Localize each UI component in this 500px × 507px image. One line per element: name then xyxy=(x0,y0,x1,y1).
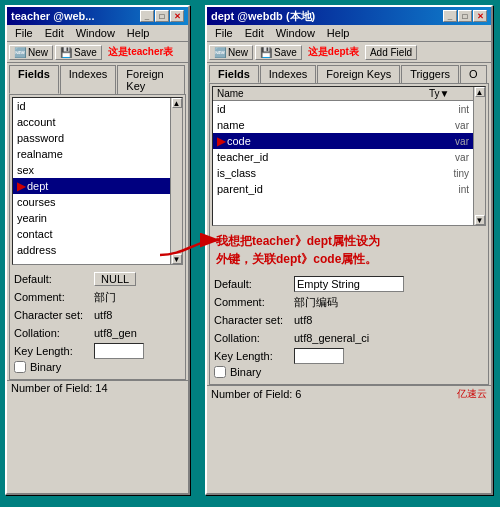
dept-menu-bar: File Edit Window Help xyxy=(207,25,491,42)
dept-field-row-name[interactable]: namevar xyxy=(213,117,473,133)
dept-field-count: Number of Field: 6 xyxy=(211,388,301,400)
dept-default-label: Default: xyxy=(214,278,294,290)
field-row-realname[interactable]: realname xyxy=(13,146,170,162)
teacher-title-bar: teacher @web... _ □ ✕ xyxy=(7,7,188,25)
dept-maximize-button[interactable]: □ xyxy=(458,10,472,22)
field-row-id[interactable]: id xyxy=(13,98,170,114)
comment-value: 部门 xyxy=(94,290,181,305)
dept-close-button[interactable]: ✕ xyxy=(473,10,487,22)
field-row-account[interactable]: account xyxy=(13,114,170,130)
prop-binary: Binary xyxy=(14,361,181,373)
save-icon: 💾 xyxy=(60,47,72,58)
dept-field-row-is-class[interactable]: is_classtiny xyxy=(213,165,473,181)
teacher-annotation: 这是teacher表 xyxy=(104,44,178,60)
maximize-button[interactable]: □ xyxy=(155,10,169,22)
binary-checkbox[interactable] xyxy=(14,361,26,373)
dept-tab-other[interactable]: O xyxy=(460,65,487,83)
dept-field-row-code[interactable]: ▶ codevar xyxy=(213,133,473,149)
dept-comment-label: Comment: xyxy=(214,296,294,308)
dept-annotation: 这是dept表 xyxy=(304,44,363,60)
prop-keylength: Key Length: xyxy=(14,343,181,359)
dept-new-icon: 🆕 xyxy=(214,47,226,58)
dept-title-bar: dept @webdb (本地) _ □ ✕ xyxy=(207,7,491,25)
dept-collation-label: Collation: xyxy=(214,332,294,344)
save-button[interactable]: 💾 Save xyxy=(55,45,102,60)
dept-tab-foreignkeys[interactable]: Foreign Keys xyxy=(317,65,400,83)
teacher-toolbar: 🆕 New 💾 Save 这是teacher表 xyxy=(7,42,188,63)
dept-menu-edit[interactable]: Edit xyxy=(239,26,270,40)
dept-charset-value: utf8 xyxy=(294,314,484,326)
minimize-button[interactable]: _ xyxy=(140,10,154,22)
scrollbar-down[interactable]: ▼ xyxy=(172,254,182,264)
dept-charset-label: Character set: xyxy=(214,314,294,326)
dept-status: Number of Field: 6 亿速云 xyxy=(207,385,491,402)
field-row-address[interactable]: address xyxy=(13,242,170,258)
prop-default: Default: NULL xyxy=(14,271,181,287)
dept-props: Default: Comment: 部门编码 Character set: ut… xyxy=(210,272,488,384)
dept-prop-collation: Collation: utf8_general_ci xyxy=(214,330,484,346)
collation-value: utf8_gen xyxy=(94,327,181,339)
keylength-input[interactable] xyxy=(94,343,144,359)
dept-field-list: Name Ty▼ idint namevar ▶ codevar teacher… xyxy=(213,87,473,225)
menu-help[interactable]: Help xyxy=(121,26,156,40)
dept-menu-help[interactable]: Help xyxy=(321,26,356,40)
dept-new-button[interactable]: 🆕 New xyxy=(209,45,253,60)
menu-window[interactable]: Window xyxy=(70,26,121,40)
dept-default-input[interactable] xyxy=(294,276,404,292)
dept-binary-checkbox[interactable] xyxy=(214,366,226,378)
dept-binary-label: Binary xyxy=(230,366,261,378)
dept-save-icon: 💾 xyxy=(260,47,272,58)
charset-label: Character set: xyxy=(14,309,94,321)
field-row-dept[interactable]: ▶dept xyxy=(13,178,170,194)
field-row-contact[interactable]: contact xyxy=(13,226,170,242)
dept-toolbar: 🆕 New 💾 Save 这是dept表 Add Field xyxy=(207,42,491,63)
main-annotation: 我想把teacher》dept属性设为外键，关联dept》code属性。 xyxy=(210,228,488,272)
dept-tabs: Fields Indexes Foreign Keys Triggers O xyxy=(207,63,491,83)
comment-label: Comment: xyxy=(14,291,94,303)
teacher-field-count: Number of Field: 14 xyxy=(11,382,108,394)
keylength-label: Key Length: xyxy=(14,345,94,357)
new-icon: 🆕 xyxy=(14,47,26,58)
dept-tab-triggers[interactable]: Triggers xyxy=(401,65,459,83)
dept-field-row-teacher-id[interactable]: teacher_idvar xyxy=(213,149,473,165)
prop-collation: Collation: utf8_gen xyxy=(14,325,181,341)
field-row-password[interactable]: password xyxy=(13,130,170,146)
teacher-status: Number of Field: 14 xyxy=(7,380,188,395)
dept-prop-charset: Character set: utf8 xyxy=(214,312,484,328)
close-button[interactable]: ✕ xyxy=(170,10,184,22)
field-row-sex[interactable]: sex xyxy=(13,162,170,178)
dept-prop-comment: Comment: 部门编码 xyxy=(214,294,484,310)
dept-tab-indexes[interactable]: Indexes xyxy=(260,65,317,83)
teacher-window: teacher @web... _ □ ✕ File Edit Window H… xyxy=(5,5,190,495)
dept-comment-value: 部门编码 xyxy=(294,295,484,310)
dept-minimize-button[interactable]: _ xyxy=(443,10,457,22)
dept-menu-file[interactable]: File xyxy=(209,26,239,40)
new-button[interactable]: 🆕 New xyxy=(9,45,53,60)
field-row-yearin[interactable]: yearin xyxy=(13,210,170,226)
dept-scrollbar-up[interactable]: ▲ xyxy=(475,87,485,97)
tab-foreignkey[interactable]: Foreign Key xyxy=(117,65,185,94)
dept-field-row-parent-id[interactable]: parent_idint xyxy=(213,181,473,197)
tab-indexes[interactable]: Indexes xyxy=(60,65,117,94)
scrollbar-up[interactable]: ▲ xyxy=(172,98,182,108)
binary-label: Binary xyxy=(30,361,61,373)
dept-menu-window[interactable]: Window xyxy=(270,26,321,40)
menu-file[interactable]: File xyxy=(9,26,39,40)
prop-comment: Comment: 部门 xyxy=(14,289,181,305)
menu-edit[interactable]: Edit xyxy=(39,26,70,40)
default-label: Default: xyxy=(14,273,94,285)
field-row-courses[interactable]: courses xyxy=(13,194,170,210)
dept-prop-keylength: Key Length: xyxy=(214,348,484,364)
dept-tab-fields[interactable]: Fields xyxy=(209,65,259,83)
dept-keylength-input[interactable] xyxy=(294,348,344,364)
dept-title: dept @webdb (本地) xyxy=(211,9,315,24)
dept-field-row-id[interactable]: idint xyxy=(213,101,473,117)
selection-arrow: ▶ xyxy=(17,180,25,193)
dept-save-button[interactable]: 💾 Save xyxy=(255,45,302,60)
dept-scrollbar-down[interactable]: ▼ xyxy=(475,215,485,225)
dept-prop-binary: Binary xyxy=(214,366,484,378)
dept-selection-arrow: ▶ xyxy=(217,135,225,148)
add-field-button[interactable]: Add Field xyxy=(365,45,417,60)
null-button[interactable]: NULL xyxy=(94,272,136,286)
tab-fields[interactable]: Fields xyxy=(9,65,59,94)
